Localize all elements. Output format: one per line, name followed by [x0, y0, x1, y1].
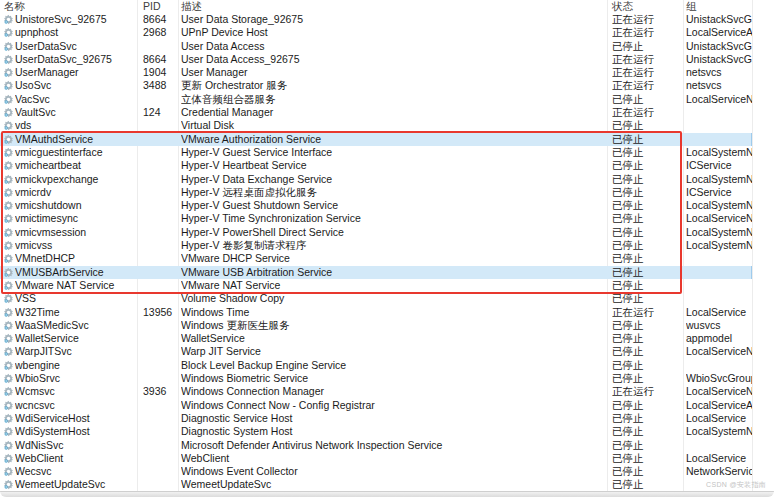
service-description-cell: Microsoft Defender Antivirus Network Ins…	[181, 439, 605, 452]
service-status-cell: 已停止	[612, 399, 680, 412]
service-description-cell: Hyper-V Guest Service Interface	[181, 146, 605, 159]
table-row[interactable]: vmicvssHyper-V 卷影复制请求程序已停止LocalSystemN..…	[0, 239, 752, 252]
service-group-cell: LocalSystemN...	[686, 199, 752, 212]
service-name-cell: vmicvss	[15, 239, 135, 252]
table-row[interactable]: WebClientWebClient已停止LocalService	[0, 452, 752, 465]
table-header: 名称PID描述状态组	[0, 0, 774, 13]
service-group-cell: LocalSystemN...	[686, 226, 752, 239]
service-status-cell: 已停止	[612, 133, 680, 146]
service-group-cell: LocalServiceN...	[686, 345, 752, 358]
table-row[interactable]: WecsvcWindows Event Collector已停止NetworkS…	[0, 465, 752, 478]
table-row[interactable]: VaultSvc124Credential Manager正在运行	[0, 106, 752, 119]
service-gear-icon	[3, 94, 14, 105]
service-description-cell: Windows Connection Manager	[181, 385, 605, 398]
table-row[interactable]: VMUSBArbServiceVMware USB Arbitration Se…	[0, 266, 752, 279]
table-row[interactable]: upnphost2968UPnP Device Host正在运行LocalSer…	[0, 26, 752, 39]
table-row[interactable]: VacSvc立体音频组合器服务已停止LocalServiceN...	[0, 93, 752, 106]
service-gear-icon	[3, 14, 14, 25]
table-row[interactable]: VSSVolume Shadow Copy已停止	[0, 292, 752, 305]
table-row[interactable]: vmicshutdownHyper-V Guest Shutdown Servi…	[0, 199, 752, 212]
service-status-cell: 已停止	[612, 252, 680, 265]
service-group-cell: WbioSvcGroup	[686, 372, 752, 385]
table-row[interactable]: W32Time13956Windows Time正在运行LocalService	[0, 306, 752, 319]
services-table: UnistoreSvc_926758664User Data Storage_9…	[0, 13, 774, 492]
service-description-cell: Credential Manager	[181, 106, 605, 119]
table-row[interactable]: WbioSrvcWindows Biometric Service已停止Wbio…	[0, 372, 752, 385]
service-status-cell: 正在运行	[612, 13, 680, 26]
table-row[interactable]: WarpJITSvcWarp JIT Service已停止LocalServic…	[0, 345, 752, 358]
watermark: CSDN @安装指南	[706, 480, 766, 490]
table-row[interactable]: vmicrdvHyper-V 远程桌面虚拟化服务已停止ICService	[0, 186, 752, 199]
table-row[interactable]: UserDataSvc_926758664User Data Access_92…	[0, 53, 752, 66]
service-description-cell: Hyper-V Heartbeat Service	[181, 159, 605, 172]
service-description-cell: Virtual Disk	[181, 119, 605, 132]
service-name-cell: VMware NAT Service	[15, 279, 135, 292]
service-name-cell: WarpJITSvc	[15, 345, 135, 358]
service-status-cell: 正在运行	[612, 306, 680, 319]
service-group-cell: LocalServiceN...	[686, 212, 752, 225]
service-group-cell: wusvcs	[686, 319, 752, 332]
service-group-cell: LocalSystemN...	[686, 173, 752, 186]
table-row[interactable]: vdsVirtual Disk已停止	[0, 119, 752, 132]
service-gear-icon	[3, 160, 14, 171]
table-row[interactable]: UserDataSvcUser Data Access已停止UnistackSv…	[0, 40, 752, 53]
table-row[interactable]: WdiServiceHostDiagnostic Service Host已停止…	[0, 412, 752, 425]
task-manager-services-view: 名称PID描述状态组 UnistoreSvc_926758664User Dat…	[0, 0, 774, 497]
service-group-cell: LocalServiceN...	[686, 93, 752, 106]
service-description-cell: Hyper-V PowerShell Direct Service	[181, 226, 605, 239]
service-pid-cell: 13956	[143, 306, 177, 319]
service-name-cell: vmicguestinterface	[15, 146, 135, 159]
service-description-cell: Windows Time	[181, 306, 605, 319]
table-row[interactable]: vmicvmsessionHyper-V PowerShell Direct S…	[0, 226, 752, 239]
service-group-cell: LocalServiceN...	[686, 385, 752, 398]
service-group-cell: LocalService	[686, 306, 752, 319]
column-header-group[interactable]: 组	[686, 0, 697, 13]
service-description-cell: WalletService	[181, 332, 605, 345]
service-status-cell: 已停止	[612, 359, 680, 372]
service-name-cell: Wecsvc	[15, 465, 135, 478]
service-status-cell: 已停止	[612, 146, 680, 159]
service-status-cell: 已停止	[612, 173, 680, 186]
column-header-name[interactable]: 名称	[4, 0, 25, 13]
table-row[interactable]: VMAuthdServiceVMware Authorization Servi…	[0, 133, 752, 146]
table-row[interactable]: UsoSvc3488更新 Orchestrator 服务正在运行netsvcs	[0, 79, 752, 92]
service-status-cell: 已停止	[612, 226, 680, 239]
table-row[interactable]: vmictimesyncHyper-V Time Synchronization…	[0, 212, 752, 225]
service-name-cell: WebClient	[15, 452, 135, 465]
table-row[interactable]: vmicheartbeatHyper-V Heartbeat Service已停…	[0, 159, 752, 172]
service-name-cell: W32Time	[15, 306, 135, 319]
service-status-cell: 已停止	[612, 452, 680, 465]
table-row[interactable]: vmickvpexchangeHyper-V Data Exchange Ser…	[0, 173, 752, 186]
table-row[interactable]: wcncsvcWindows Connect Now - Config Regi…	[0, 399, 752, 412]
table-row[interactable]: VMnetDHCPVMware DHCP Service已停止	[0, 252, 752, 265]
service-group-cell: netsvcs	[686, 79, 752, 92]
service-name-cell: upnphost	[15, 26, 135, 39]
table-row[interactable]: WdNisSvcMicrosoft Defender Antivirus Net…	[0, 439, 752, 452]
column-header-status[interactable]: 状态	[612, 0, 633, 13]
service-status-cell: 正在运行	[612, 385, 680, 398]
service-status-cell: 正在运行	[612, 66, 680, 79]
table-row[interactable]: vmicguestinterfaceHyper-V Guest Service …	[0, 146, 752, 159]
service-gear-icon	[3, 253, 14, 264]
service-status-cell: 正在运行	[612, 79, 680, 92]
table-row[interactable]: Wcmsvc3936Windows Connection Manager正在运行…	[0, 385, 752, 398]
table-row[interactable]: UserManager1904User Manager正在运行netsvcs	[0, 66, 752, 79]
table-row[interactable]: wbengineBlock Level Backup Engine Servic…	[0, 359, 752, 372]
service-status-cell: 已停止	[612, 412, 680, 425]
table-row[interactable]: VMware NAT ServiceVMware NAT Service已停止	[0, 279, 752, 292]
table-row[interactable]: WemeetUpdateSvcWemeetUpdateSvc已停止	[0, 478, 752, 491]
service-status-cell: 已停止	[612, 319, 680, 332]
service-pid-cell: 3936	[143, 385, 177, 398]
column-header-pid[interactable]: PID	[143, 0, 161, 13]
table-row[interactable]: WaaSMedicSvcWindows 更新医生服务已停止wusvcs	[0, 319, 752, 332]
service-gear-icon	[3, 413, 14, 424]
service-status-cell: 已停止	[612, 279, 680, 292]
table-row[interactable]: WdiSystemHostDiagnostic System Host已停止Lo…	[0, 425, 752, 438]
service-description-cell: VMware NAT Service	[181, 279, 605, 292]
service-group-cell: appmodel	[686, 332, 752, 345]
table-row[interactable]: UnistoreSvc_926758664User Data Storage_9…	[0, 13, 752, 26]
service-name-cell: VMnetDHCP	[15, 252, 135, 265]
column-header-description[interactable]: 描述	[181, 0, 202, 13]
table-row[interactable]: WalletServiceWalletService已停止appmodel	[0, 332, 752, 345]
service-gear-icon	[3, 80, 14, 91]
